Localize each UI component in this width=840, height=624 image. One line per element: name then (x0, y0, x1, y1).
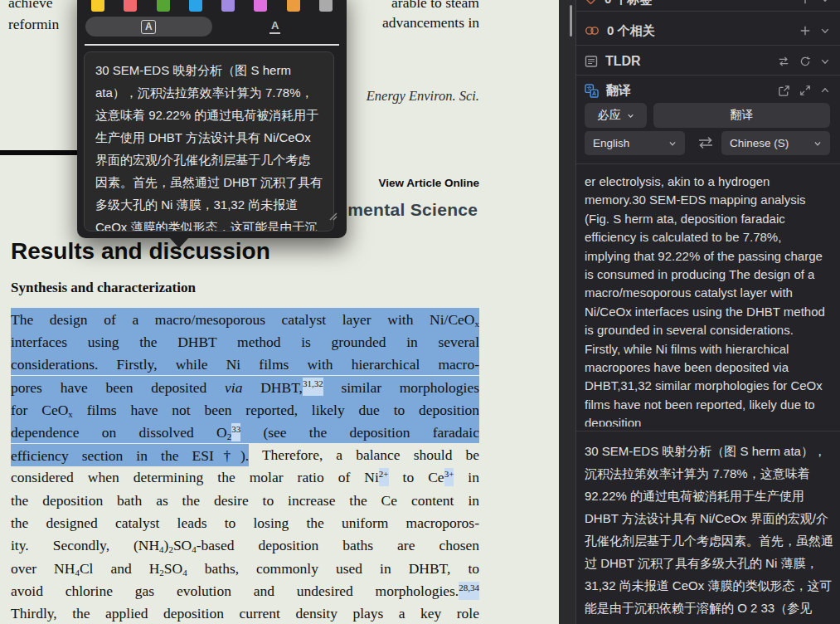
paragraph-line: interfaces using the DHBT method is grou… (11, 330, 479, 353)
swatch-green[interactable] (157, 0, 170, 12)
paragraph-line: dependence on dissolved O233 (see the de… (11, 422, 479, 444)
sidebar-divider (576, 45, 840, 46)
highlight-color-row (91, 0, 333, 12)
sidebar-divider (576, 75, 840, 76)
swatch-gray[interactable] (319, 0, 333, 12)
swatch-yellow[interactable] (91, 0, 104, 12)
section-label: 翻译 (606, 83, 631, 99)
tag-diamond-icon (585, 0, 597, 6)
paragraph-line: avoid chlorine gas evolution and undesir… (11, 580, 479, 602)
document-lines-icon (585, 55, 598, 68)
sidebar-section-translate[interactable]: A 翻译 (585, 78, 830, 103)
sidebar-divider (576, 11, 840, 12)
sidebar-divider (576, 163, 840, 164)
swatch-purple[interactable] (221, 0, 235, 12)
paragraph-line: Thirdly, the applied deposition current … (11, 602, 479, 624)
translate-button-label: 翻译 (731, 108, 754, 123)
subsection-heading: Synthesis and characterization (11, 280, 196, 296)
annotation-popup: A A 30 SEM-EDS 映射分析（图 S herm ata），沉积法拉第效… (77, 0, 347, 238)
target-language-value: Chinese (S) (730, 137, 789, 149)
popup-pointer-arrow (169, 237, 189, 248)
journal-masthead-partial: nmental Science (337, 200, 478, 220)
swatch-red[interactable] (124, 0, 137, 12)
popup-divider (85, 44, 339, 46)
chevron-down-icon[interactable] (820, 26, 830, 36)
source-language-value: English (593, 137, 629, 149)
chevron-down-icon (813, 139, 822, 148)
underline-a-icon: A (269, 20, 280, 34)
paragraph-line: for CeOx films have not been reported, l… (11, 398, 479, 421)
engine-label: 必应 (598, 108, 621, 123)
paragraph-line: ity. Secondly, (NH4)2SO4-based depositio… (11, 534, 479, 557)
section-label: 0 个标签 (605, 0, 653, 7)
plus-icon[interactable] (799, 0, 811, 5)
paragraph-line: the deposition bath as the desire to inc… (11, 490, 479, 512)
chevron-down-icon[interactable] (820, 0, 830, 4)
target-translation-text: 30 SEM-EDS 映射分析（图 S herm ata），沉积法拉第效率计算为… (585, 440, 834, 624)
paragraph-line: considered when determining the molar ra… (11, 466, 479, 489)
prev-page-text-fragment: advancements in (348, 14, 479, 32)
screenshot-root: achieve arable to steam reformin advance… (0, 0, 840, 624)
open-external-icon[interactable] (778, 85, 790, 97)
sidebar-section-related[interactable]: 0 个相关 (585, 18, 830, 43)
paragraph-line: over NH4Cl and H2SO4 baths, commonly use… (11, 558, 479, 580)
section-heading: Results and discussion (11, 238, 270, 265)
sidebar-divider (576, 431, 840, 431)
swatch-magenta[interactable] (254, 0, 267, 12)
chevron-down-icon (668, 139, 677, 148)
translation-tooltip[interactable]: 30 SEM-EDS 映射分析（图 S herm ata），沉积法拉第效率计算为… (84, 51, 334, 232)
source-translation-text: er electrolysis, akin to a hydrogen memo… (585, 173, 830, 427)
paragraph-line: pores have been deposited via DHBT,31,32… (11, 376, 479, 398)
view-article-online-link[interactable]: View Article Online (348, 177, 479, 189)
paragraph-line: considerations. Firstly, while Ni films … (11, 353, 479, 376)
prev-page-text-fragment: reformin (8, 16, 59, 33)
target-language-select[interactable]: Chinese (S) (721, 131, 830, 155)
tab-underline-style[interactable]: A (212, 17, 339, 37)
paragraph-line: efficiency section in the ESI†). Therefo… (11, 444, 479, 466)
chevron-up-icon[interactable] (820, 85, 830, 95)
swatch-blue[interactable] (189, 0, 202, 12)
paragraph-line: the designed catalyst leads to losing th… (11, 512, 479, 534)
translate-button[interactable]: 翻译 (653, 103, 830, 128)
svg-text:A: A (592, 90, 596, 97)
sidebar-gutter (559, 0, 575, 624)
section-label: TLDR (605, 54, 641, 69)
sidebar-section-tldr[interactable]: TLDR (585, 49, 830, 74)
article-paragraph: The design of a macro/mesoporous catalys… (11, 308, 479, 624)
refresh-icon[interactable] (799, 56, 811, 67)
swatch-orange[interactable] (287, 0, 300, 12)
prev-page-text-fragment: arable to steam (348, 0, 479, 12)
tab-highlight-style[interactable]: A (85, 17, 212, 37)
annotation-style-tabs: A A (85, 17, 338, 37)
swap-languages-icon[interactable] (696, 134, 716, 152)
chevron-down-icon[interactable] (820, 56, 830, 66)
paragraph-line: The design of a macro/mesoporous catalys… (11, 308, 479, 330)
prev-page-text-fragment: achieve (8, 0, 52, 12)
scrollbar-thumb[interactable] (570, 5, 572, 37)
sidebar-border (575, 0, 576, 624)
expand-icon[interactable] (799, 85, 811, 96)
highlight-a-icon: A (141, 20, 156, 34)
resize-handle[interactable] (328, 211, 337, 221)
swap-icon[interactable] (777, 56, 790, 67)
translate-icon: A (585, 84, 599, 98)
chevron-down-icon (627, 112, 634, 119)
plus-icon[interactable] (799, 25, 811, 37)
section-label: 0 个相关 (607, 23, 655, 39)
right-sidebar: 0 个标签 0 个相关 (559, 0, 840, 624)
sidebar-section-tags[interactable]: 0 个标签 (585, 0, 830, 12)
source-language-select[interactable]: English (585, 131, 685, 155)
link-icon (585, 25, 600, 37)
engine-select-button[interactable]: 必应 (585, 103, 647, 128)
journal-citation: Energy Environ. Sci. (348, 88, 479, 105)
